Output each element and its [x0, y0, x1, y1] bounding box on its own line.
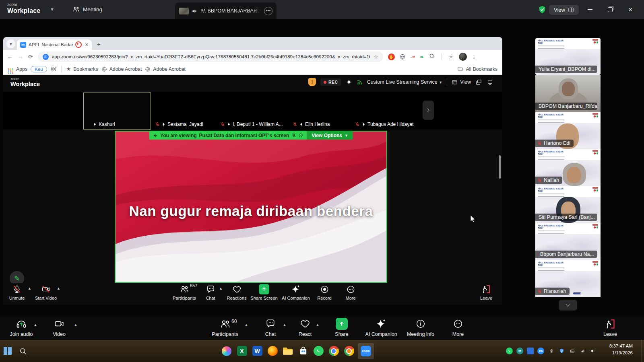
- mic-muted-icon: [291, 133, 296, 138]
- pin-extension-icon[interactable]: 📌︎: [409, 53, 417, 61]
- taskbar-chrome-profile[interactable]: [341, 343, 357, 359]
- participant-tile[interactable]: APEL NASIONAL BADAN POM Bbpom Banjarbaru…: [535, 223, 601, 260]
- system-tray: ⇄ zm: [506, 340, 597, 362]
- taskbar-whatsapp[interactable]: [311, 343, 326, 359]
- participant-name: Bbpom Banjarbaru Na...: [535, 251, 597, 258]
- leave-icon: [605, 319, 616, 329]
- site-permission-icon[interactable]: ⚿: [43, 54, 49, 60]
- view-options-button[interactable]: View Options ▼: [307, 131, 353, 140]
- taskbar-zoom-active[interactable]: zoom: [357, 343, 375, 359]
- address-bar[interactable]: ⚿ app.zoom.us/wc/96230592283/join?_x_zm_…: [38, 51, 383, 62]
- globe-extension-icon[interactable]: [399, 53, 406, 60]
- taskbar-excel[interactable]: X: [234, 343, 250, 359]
- tab-options-icon[interactable]: •••: [264, 7, 272, 15]
- live-broadcast-icon: [357, 79, 363, 85]
- popout-window-icon[interactable]: [487, 79, 493, 86]
- forward-icon[interactable]: →: [18, 53, 23, 60]
- tray-app-icon[interactable]: [527, 348, 534, 354]
- taskbar-word[interactable]: W: [250, 343, 265, 359]
- heart-icon: [300, 319, 310, 329]
- apps-grid-icon[interactable]: [8, 68, 9, 70]
- page-scrollbar[interactable]: [499, 155, 501, 179]
- tray-security-icon[interactable]: [558, 348, 565, 354]
- participant-tile[interactable]: APEL NASIONAL BADAN POM Yulia Eryani_BBP…: [535, 38, 601, 75]
- downloads-icon[interactable]: [448, 53, 454, 60]
- participant-tile[interactable]: APEL NASIONAL BADAN POM Risnaniah: [535, 260, 601, 297]
- browser-tab[interactable]: zm APEL Nasional Badan Peng ✕: [17, 39, 92, 50]
- start-button[interactable]: [0, 343, 15, 359]
- reload-icon[interactable]: ⟳: [28, 53, 33, 60]
- extensions-puzzle-icon[interactable]: [429, 53, 435, 60]
- tab-close-icon[interactable]: ✕: [85, 42, 89, 47]
- participants-icon: [180, 284, 189, 294]
- participant-name: Risnaniah: [535, 288, 570, 295]
- taskbar-copilot[interactable]: [219, 343, 234, 359]
- start-video-button[interactable]: ▲ Start Video: [27, 284, 65, 300]
- client-view-button[interactable]: View: [452, 79, 471, 85]
- close-button[interactable]: ✕: [621, 0, 639, 19]
- tray-zoom-icon[interactable]: zm: [537, 348, 544, 354]
- profile-avatar[interactable]: [459, 53, 467, 61]
- taskbar-store[interactable]: [295, 343, 311, 359]
- url-text: app.zoom.us/wc/96230592283/join?_x_zm_rt…: [52, 54, 370, 60]
- workspace-chevron-icon[interactable]: ▼: [50, 7, 54, 12]
- participant-tile[interactable]: APEL NASIONAL BADAN POM Siti Purmaya Sar…: [535, 186, 601, 223]
- tray-sync-icon[interactable]: ⇄: [516, 348, 523, 354]
- filmstrip-next-button[interactable]: [423, 101, 434, 120]
- minimize-button[interactable]: [581, 0, 599, 19]
- participant-tile[interactable]: BBPOM Banjarbaru_Rifda ...: [535, 75, 601, 112]
- taskbar-firefox[interactable]: [265, 343, 280, 359]
- browser-menu-icon[interactable]: ⋮: [471, 53, 477, 60]
- tray-network-icon[interactable]: [579, 348, 586, 354]
- bookmark-star-icon[interactable]: ☆: [374, 54, 378, 60]
- tab-meeting[interactable]: Meeting: [69, 4, 105, 14]
- sidebar-scroll-down-button[interactable]: [559, 300, 577, 311]
- tray-keyboard-icon[interactable]: [569, 348, 576, 354]
- show-desktop-button[interactable]: [642, 340, 644, 362]
- tray-bluetooth-icon[interactable]: [548, 348, 555, 354]
- info-icon: [415, 319, 426, 329]
- back-icon[interactable]: ←: [7, 53, 13, 60]
- browser-tabstrip: ▼ zm APEL Nasional Badan Peng ✕ +: [3, 37, 502, 50]
- leave-button[interactable]: Leave: [586, 318, 634, 337]
- participants-count: 60: [231, 319, 237, 324]
- taskbar-clock[interactable]: 8:37:47 AM 1/19/2026: [609, 343, 633, 357]
- video-button[interactable]: ▲ Video: [35, 318, 83, 337]
- bookmark-folder-bookmarks[interactable]: ★Bookmarks: [66, 66, 98, 72]
- bookmark-acrobat-1[interactable]: Adobe Acrobat: [101, 66, 142, 72]
- taskbar-chrome[interactable]: [326, 343, 341, 359]
- bookmark-acrobat-2[interactable]: Adobe Acrobat: [145, 66, 186, 72]
- popout-windows-icon[interactable]: [475, 79, 482, 86]
- taskbar-explorer[interactable]: [280, 343, 295, 359]
- security-warning-icon[interactable]: !: [308, 78, 316, 86]
- more-button[interactable]: More: [331, 284, 370, 300]
- emoji-icon: [298, 133, 303, 138]
- participants-button[interactable]: 60 ▲ Participants: [201, 318, 249, 337]
- green-extension-icon[interactable]: ❧: [420, 54, 424, 60]
- new-tab-button[interactable]: +: [97, 41, 101, 47]
- tab-search-chevron-icon[interactable]: ▼: [6, 39, 15, 48]
- bookmark-apps[interactable]: Apps: [16, 66, 27, 72]
- camera-icon: [54, 319, 65, 329]
- tab-active-meeting[interactable]: IV. BBPOM BANJARBARU's sc •••: [175, 2, 277, 19]
- adblock-extension-icon[interactable]: ✋: [388, 53, 395, 60]
- all-bookmarks-button[interactable]: All Bookmarks: [457, 66, 497, 72]
- view-button[interactable]: View: [549, 5, 579, 15]
- more-button[interactable]: More: [434, 318, 482, 337]
- streaming-service-menu[interactable]: Custom Live Streaming Service ▼: [367, 79, 442, 85]
- video-options-chevron[interactable]: ▲: [74, 323, 78, 327]
- participant-tile[interactable]: APEL NASIONAL BADAN POM Naillah: [535, 149, 601, 186]
- video-options-chevron[interactable]: ▲: [57, 286, 60, 290]
- ai-sparkle-icon: [291, 284, 301, 294]
- bookmark-keu[interactable]: Keu: [31, 66, 47, 72]
- zoom-web-client: zoom Workplace ! REC Custom Live Streami…: [3, 75, 502, 305]
- tray-volume-icon[interactable]: [590, 348, 597, 354]
- tray-whatsapp-icon[interactable]: [506, 348, 513, 354]
- leave-button[interactable]: Leave: [467, 284, 502, 300]
- participant-tile[interactable]: APEL NASIONAL BADAN POM Hartono Edi: [535, 112, 601, 149]
- grid-small-icon[interactable]: [50, 66, 56, 72]
- browser-tab-title: APEL Nasional Badan Peng: [29, 42, 73, 47]
- share-icon: [336, 318, 348, 330]
- restore-button[interactable]: [601, 0, 619, 19]
- search-button[interactable]: [15, 343, 31, 359]
